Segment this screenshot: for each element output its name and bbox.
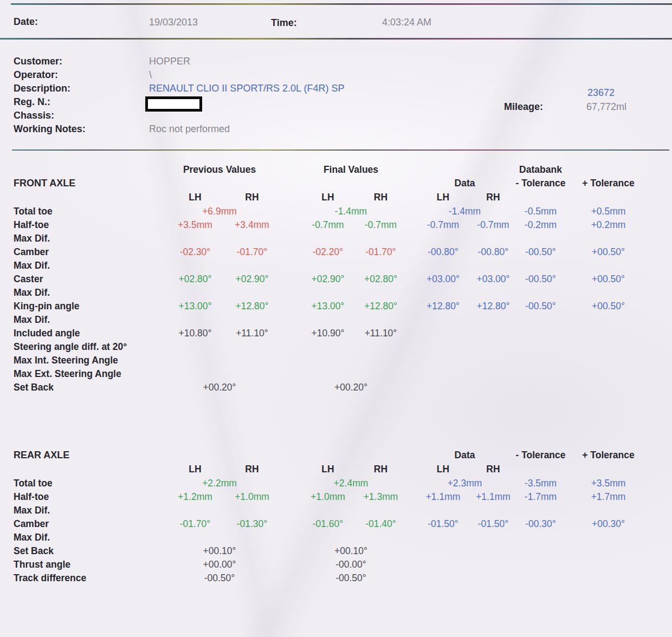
minus-tolerance-value: -0.5mm <box>515 206 566 219</box>
header-divider-line <box>0 38 672 40</box>
chassis-row: Chassis: <box>0 110 672 123</box>
plus-tolerance-value: +0.5mm <box>566 206 650 219</box>
data-lh-value: +1.1mm <box>415 491 471 505</box>
row-label: Track difference <box>0 573 163 586</box>
prev-value: +6.9mm <box>163 206 276 219</box>
chassis-label: Chassis: <box>14 110 54 121</box>
prev-rh-value: -01.30° <box>228 518 276 532</box>
front-prev-rh-header: RH <box>228 192 276 206</box>
prev-value: -00.50° <box>163 573 276 586</box>
time-label: Time: <box>271 17 297 29</box>
prev-lh-value: +10.80° <box>163 328 228 341</box>
final-rh-value: +12.80° <box>358 301 404 314</box>
redacted-registration-box <box>145 96 202 112</box>
rear-header-plus-tolerance: + Tolerance <box>566 450 650 464</box>
prev-lh-value: +3.5mm <box>163 219 228 233</box>
front-header-previous-values: Previous Values <box>163 164 276 178</box>
row-label: Set Back <box>0 545 163 559</box>
final-lh-value: +10.90° <box>298 328 358 341</box>
operator-row: Operator: \ <box>0 69 672 83</box>
final-value: +00.10° <box>298 545 404 559</box>
row-label: Camber <box>0 518 163 532</box>
front-data-rh-header: RH <box>471 192 515 206</box>
front-header-final-values: Final Values <box>298 164 404 178</box>
row-label: Max Int. Steering Angle <box>0 355 163 368</box>
final-rh-value: -0.7mm <box>358 219 404 233</box>
row-label: Set Back <box>0 382 163 395</box>
plus-tolerance-value: +00.50° <box>566 274 650 287</box>
final-value: -00.50° <box>298 573 404 586</box>
data-lh-value: -0.7mm <box>415 219 471 233</box>
final-lh-value: -02.20° <box>298 246 358 260</box>
data-rh-value: +1.1mm <box>471 491 515 505</box>
rear-final-lh-header: LH <box>298 464 358 478</box>
prev-rh-value: +3.4mm <box>228 219 276 233</box>
section-divider-line <box>12 150 669 151</box>
row-label: Camber <box>0 246 163 260</box>
rear-axle-title: REAR AXLE <box>0 450 163 464</box>
customer-row: Customer: HOPPER <box>0 56 672 69</box>
row-label: Max Dif. <box>0 532 163 545</box>
row-label: Total toe <box>0 206 163 219</box>
minus-tolerance-value: -1.7mm <box>515 491 566 505</box>
rear-header-data: Data <box>415 450 515 464</box>
row-label: Max Dif. <box>0 233 163 246</box>
front-axle-title: FRONT AXLE <box>0 178 163 192</box>
front-prev-lh-header: LH <box>163 192 228 206</box>
operator-label: Operator: <box>14 69 58 81</box>
front-header-plus-tolerance: + Tolerance <box>566 178 650 192</box>
rear-prev-lh-header: LH <box>163 464 228 478</box>
row-label: Total toe <box>0 478 163 491</box>
row-label: Included angle <box>0 328 163 341</box>
rear-data-lh-header: LH <box>415 464 471 478</box>
final-rh-value: +11.10° <box>358 328 404 341</box>
registration-row: Reg. N.: Mileage: 67,772ml <box>0 96 672 110</box>
customer-label: Customer: <box>14 56 62 67</box>
prev-lh-value: +13.00° <box>163 301 228 314</box>
final-rh-value: -01.70° <box>358 246 404 260</box>
data-lh-value: +12.80° <box>415 301 471 314</box>
data-value: -1.4mm <box>415 206 515 219</box>
data-rh-value: -00.80° <box>471 246 515 260</box>
final-lh-value: -0.7mm <box>298 219 358 233</box>
plus-tolerance-value: +3.5mm <box>566 478 650 491</box>
working-notes-label: Working Notes: <box>14 123 86 135</box>
prev-value: +2.2mm <box>163 478 276 491</box>
front-header-databank: Databank <box>515 164 566 178</box>
prev-rh-value: +11.10° <box>228 328 276 341</box>
data-lh-value: +03.00° <box>415 274 471 287</box>
time-value: 4:03:24 AM <box>382 17 431 28</box>
prev-rh-value: +1.0mm <box>228 491 276 505</box>
data-lh-value: -00.80° <box>415 246 471 260</box>
description-row: Description: RENAULT CLIO II SPORT/RS 2.… <box>0 83 672 96</box>
final-value: +00.20° <box>298 382 404 395</box>
description-value: RENAULT CLIO II SPORT/RS 2.0L (F4R) SP <box>149 83 344 94</box>
final-value: +2.4mm <box>298 478 404 491</box>
description-label: Description: <box>14 83 70 94</box>
final-value: -00.00° <box>298 559 404 573</box>
data-rh-value: +03.00° <box>471 274 515 287</box>
row-label: Max Dif. <box>0 287 163 301</box>
minus-tolerance-value: -00.50° <box>515 274 566 287</box>
rear-final-rh-header: RH <box>358 464 404 478</box>
prev-lh-value: +1.2mm <box>163 491 228 505</box>
row-label: Max Ext. Steering Angle <box>0 368 163 382</box>
row-label: Max Dif. <box>0 314 163 328</box>
final-lh-value: -01.60° <box>298 518 358 532</box>
minus-tolerance-value: -00.30° <box>515 518 566 532</box>
plus-tolerance-value: +1.7mm <box>566 491 650 505</box>
operator-value: \ <box>149 69 152 81</box>
front-final-lh-header: LH <box>298 192 358 206</box>
prev-value: +00.10° <box>163 545 276 559</box>
data-rh-value: -0.7mm <box>471 219 515 233</box>
date-value: 19/03/2013 <box>149 17 198 28</box>
row-label: Thrust angle <box>0 559 163 573</box>
row-label: Max Dif. <box>0 260 163 274</box>
customer-value: HOPPER <box>149 56 190 67</box>
row-label: Steering angle diff. at 20° <box>0 341 163 355</box>
front-data-lh-header: LH <box>415 192 471 206</box>
row-label: Half-toe <box>0 491 163 505</box>
prev-lh-value: +02.80° <box>163 274 228 287</box>
minus-tolerance-value: -3.5mm <box>515 478 566 491</box>
front-final-rh-header: RH <box>358 192 404 206</box>
